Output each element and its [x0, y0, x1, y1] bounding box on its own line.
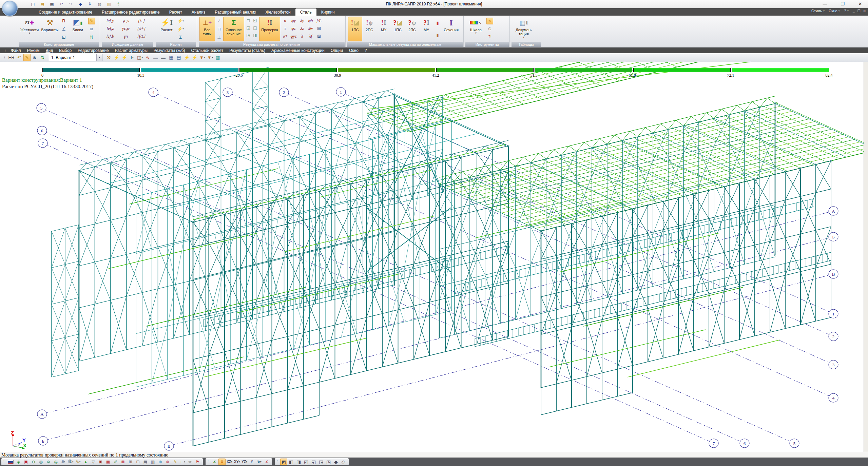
toolbar-grip[interactable]: ⋮: [2, 460, 5, 464]
zoom-in-icon[interactable]: ⊕: [157, 459, 164, 465]
section-type3-icon[interactable]: ◱: [245, 24, 252, 31]
zoom-rotate-icon[interactable]: ⊕: [486, 25, 493, 32]
yz-view-button[interactable]: YZ: [241, 459, 248, 465]
levels-icon[interactable]: ⇅: [39, 54, 46, 61]
eraser-icon[interactable]: ◫: [136, 54, 143, 61]
calc-button[interactable]: ⚡I Расчет: [157, 17, 176, 41]
pen-yellow-icon[interactable]: ✎: [172, 459, 179, 465]
menu-item[interactable]: Редактирование: [75, 48, 112, 53]
beam-section-icon[interactable]: I: [129, 54, 136, 61]
through-section-button[interactable]: Σ Сквозное сечение: [223, 17, 244, 41]
fragment-icon[interactable]: ▣: [22, 459, 30, 465]
filter1-icon[interactable]: ▼: [199, 54, 206, 61]
zap2-icon[interactable]: ⚡: [191, 54, 198, 61]
stiffness-type-icon[interactable]: ER: [8, 54, 15, 61]
toolbar-grip[interactable]: ⋮: [3, 55, 6, 60]
channel-icon[interactable]: ⊓: [216, 25, 223, 32]
x-frame-icon[interactable]: ⊠: [119, 459, 127, 465]
projection-arrow-icon[interactable]: ⇩: [218, 459, 226, 465]
menu-item[interactable]: ?: [362, 48, 370, 53]
mini-restore-button[interactable]: ❒: [857, 9, 861, 13]
menu-item[interactable]: Окно: [346, 48, 362, 53]
section-result-symbol[interactable]: λz: [300, 26, 304, 31]
all-types-button[interactable]: ⊥✛ Все типы: [199, 17, 215, 41]
mini-close-button[interactable]: ✕: [863, 9, 866, 13]
target-icon[interactable]: ◎: [52, 459, 59, 465]
red-grid-icon[interactable]: ▦: [104, 459, 112, 465]
variants-button[interactable]: ⚒ Варианты: [40, 17, 60, 41]
calc-wall-icon[interactable]: ⚡: [121, 54, 128, 61]
toolbar-grip[interactable]: ⋮: [275, 460, 278, 464]
blocks-button[interactable]: ◩▮ Блоки: [68, 17, 88, 41]
ribbon-tab[interactable]: Расширенный анализ: [210, 8, 261, 16]
chevron-down-icon[interactable]: ▼: [96, 54, 102, 61]
slab-light-icon[interactable]: ▬: [152, 54, 159, 61]
section-type1-icon[interactable]: ◻: [245, 17, 252, 24]
slope-icon[interactable]: ∕: [216, 18, 223, 24]
stiffness-button[interactable]: EI✚ Жесткости▾: [20, 17, 39, 41]
variants-hammer-icon[interactable]: ⚒: [105, 54, 112, 61]
printer-icon[interactable]: ▥: [149, 459, 156, 465]
ribbon-tab[interactable]: Сталь: [295, 8, 316, 16]
marker-node-icon[interactable]: ⊡: [134, 459, 141, 465]
orbit-icon[interactable]: ↻: [256, 459, 263, 465]
menu-item[interactable]: Выбор: [56, 48, 75, 53]
axes-red-icon[interactable]: ∠: [263, 459, 270, 465]
pencil-icon[interactable]: ✏: [187, 459, 194, 465]
thermo-orange-icon[interactable]: ▮: [434, 32, 441, 38]
pages-icon[interactable]: ▣: [97, 459, 104, 465]
grid-step-icon[interactable]: #: [60, 459, 67, 465]
back-view-button[interactable]: ◨: [295, 459, 302, 465]
scale-button[interactable]: ↖ Шкала▾: [466, 17, 486, 41]
section-result-symbol[interactable]: φy: [291, 18, 296, 23]
building-icon[interactable]: ▤: [142, 459, 149, 465]
zap1-icon[interactable]: ⚡: [183, 54, 190, 61]
front-view-button[interactable]: ◧: [288, 459, 295, 465]
slab-dark-icon[interactable]: ▬: [160, 54, 167, 61]
palette-icon[interactable]: ▩: [214, 54, 221, 61]
menu-item[interactable]: Опции: [328, 48, 346, 53]
menu-item[interactable]: Вид: [43, 48, 56, 53]
calc-selected-icon[interactable]: ⚡: [177, 18, 184, 24]
sections-button[interactable]: I Сечения: [442, 17, 461, 41]
bottom-view-button[interactable]: ◱: [310, 459, 317, 465]
help-menu[interactable]: ?˅: [844, 9, 849, 13]
add-design-element-icon[interactable]: ✎: [88, 18, 95, 24]
perspective-view-button[interactable]: ◆: [332, 459, 340, 465]
minimize-button[interactable]: —: [820, 0, 830, 7]
cut-icon[interactable]: ⊖: [30, 459, 37, 465]
section-result-symbol[interactable]: λ̄f: [309, 34, 312, 39]
input-data-button[interactable]: lef,y: [107, 18, 114, 23]
section-result-symbol[interactable]: σ: [284, 18, 286, 23]
restore-button[interactable]: ❒: [837, 0, 848, 7]
menu-item[interactable]: Армокаменные конструкции: [268, 48, 328, 53]
xz-view-button[interactable]: XZ: [226, 459, 233, 465]
toolbar-grip[interactable]: ⋮: [3, 48, 6, 53]
input-data-button[interactable]: [λ+]: [137, 26, 146, 31]
ef-filter-icon[interactable]: Ⓔ: [67, 459, 74, 465]
calc-variants-icon[interactable]: ⚡: [177, 25, 184, 32]
section-type6-icon[interactable]: ◨: [252, 32, 258, 39]
xy-view-button[interactable]: XY: [233, 459, 240, 465]
check-button[interactable]: !I Проверка▾: [259, 17, 280, 41]
check-1ps-button[interactable]: ?◪ 1ПС: [391, 17, 405, 41]
section-result-symbol[interactable]: f/L: [316, 18, 321, 23]
calc-total-icon[interactable]: Σ: [177, 34, 184, 40]
lira-sapr-logo[interactable]: [2, 1, 18, 16]
input-data-button[interactable]: [λ-]: [138, 18, 145, 23]
iso-view-button[interactable]: ◩: [280, 459, 287, 465]
check-mu-button[interactable]: ?I МУ: [419, 17, 433, 41]
menu-item[interactable]: Расчет арматуры: [112, 48, 151, 53]
section-result-symbol[interactable]: φyz: [290, 34, 296, 39]
filter2-icon[interactable]: ▼: [207, 54, 214, 61]
ribbon-tab[interactable]: Расширенное редактирование: [97, 8, 165, 16]
check-2ps-button[interactable]: ?ψ 2ПС: [405, 17, 419, 41]
show-all-icon[interactable]: ◈: [15, 459, 22, 465]
ribbon-tab[interactable]: Железобетон: [261, 8, 295, 16]
ribbon-tab[interactable]: Анализ: [187, 8, 210, 16]
snap-grid-icon[interactable]: #: [248, 459, 255, 465]
section-result-symbol[interactable]: λ̄: [301, 34, 303, 39]
max-mu-button[interactable]: !I МУ: [377, 17, 391, 41]
isofields-icon[interactable]: ▲: [82, 459, 89, 465]
menu-item[interactable]: Файл: [8, 48, 24, 53]
